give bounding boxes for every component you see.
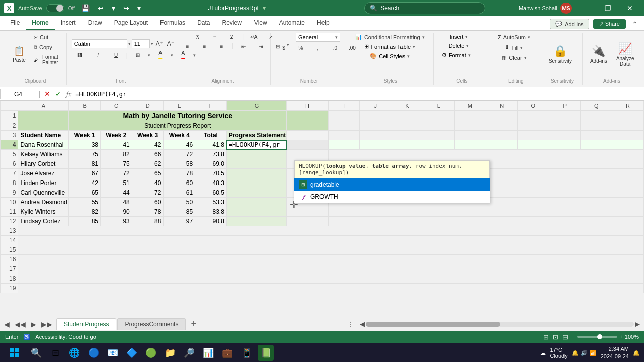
cell-l1[interactable]: [423, 111, 454, 121]
cell-n3[interactable]: [486, 131, 518, 140]
cell-g9[interactable]: [226, 188, 286, 198]
cell-h1[interactable]: [287, 111, 329, 121]
tab-file[interactable]: File: [4, 16, 26, 30]
taskbar-chrome[interactable]: 🔵: [86, 345, 102, 361]
cell-m3[interactable]: [454, 131, 486, 140]
cell-j3[interactable]: [360, 131, 391, 140]
col-header-l[interactable]: L: [423, 101, 454, 111]
number-format-box[interactable]: General ▾: [296, 33, 340, 42]
cell-c4[interactable]: 41: [101, 140, 132, 150]
cell-a11[interactable]: Kylie Winters: [18, 207, 69, 217]
cell-f11[interactable]: 83.8: [195, 207, 227, 217]
cell-e4[interactable]: 46: [164, 140, 195, 150]
cell-j4[interactable]: [360, 140, 391, 150]
row-num-15[interactable]: 15: [1, 245, 18, 255]
taskbar-app3[interactable]: 📱: [238, 345, 255, 361]
decrease-decimal-button[interactable]: .0: [327, 44, 343, 52]
tab-draw[interactable]: Draw: [82, 16, 108, 30]
cell-i4[interactable]: [328, 140, 360, 150]
tab-insert[interactable]: Insert: [55, 16, 82, 30]
currency-button[interactable]: $: [276, 44, 292, 52]
cell-b10[interactable]: 55: [69, 198, 101, 207]
sheet-tab-student-progress[interactable]: StudentProgress: [56, 318, 116, 330]
taskbar-search[interactable]: 🔍: [28, 345, 44, 361]
row-num-16[interactable]: 16: [1, 255, 18, 264]
autocomplete-item-gradetable[interactable]: ⊞ gradetable: [294, 178, 490, 191]
tab-automate[interactable]: Automate: [273, 16, 311, 30]
cell-o2[interactable]: [517, 121, 549, 131]
cell-p4[interactable]: [549, 140, 581, 150]
format-dropdown[interactable]: ▾: [468, 53, 471, 58]
cell-a6[interactable]: Hilary Corbet: [18, 159, 69, 169]
col-header-i[interactable]: I: [328, 101, 360, 111]
cell-h12[interactable]: [287, 217, 329, 226]
cell-a3[interactable]: Student Name: [18, 131, 69, 140]
cell-f7[interactable]: 70.5: [195, 169, 227, 178]
zoom-out-icon[interactable]: −: [572, 334, 575, 340]
cell-b6[interactable]: 81: [69, 159, 101, 169]
underline-button[interactable]: U: [108, 52, 124, 58]
cut-button[interactable]: ✂Cut: [31, 33, 62, 42]
cell-f9[interactable]: 60.5: [195, 188, 227, 198]
row-num-5[interactable]: 5: [1, 150, 18, 159]
windows-start-button[interactable]: [4, 343, 24, 362]
cell-p1[interactable]: [549, 111, 581, 121]
cancel-formula-icon[interactable]: ✕: [42, 88, 52, 99]
tab-data[interactable]: Data: [191, 16, 216, 30]
row-num-11[interactable]: 11: [1, 207, 18, 217]
cell-q4[interactable]: [581, 140, 612, 150]
hscroll-right[interactable]: ▶: [635, 320, 640, 328]
cell-f5[interactable]: 73.8: [195, 150, 227, 159]
cell-a9[interactable]: Carl Quenneville: [18, 188, 69, 198]
col-header-p[interactable]: P: [549, 101, 581, 111]
minimize-button[interactable]: —: [576, 0, 596, 16]
cell-b3[interactable]: Week 1: [69, 131, 101, 140]
delete-dropdown[interactable]: ▾: [466, 43, 469, 48]
cell-r2[interactable]: [612, 121, 644, 131]
comments-button[interactable]: 💬 Add-ins: [550, 19, 589, 29]
zoom-in-icon[interactable]: +: [619, 334, 622, 340]
notification-icon[interactable]: 🔔: [633, 350, 640, 356]
insert-dropdown[interactable]: ▾: [465, 34, 468, 39]
cell-c11[interactable]: 90: [101, 207, 132, 217]
cell-f3[interactable]: Total: [195, 131, 227, 140]
autosave-toggle[interactable]: [46, 4, 64, 12]
cell-b2-g2[interactable]: Student Progress Report: [69, 121, 287, 131]
sheet-nav-prev[interactable]: ◀: [2, 319, 12, 329]
row-num-3[interactable]: 3: [1, 131, 18, 140]
cell-styles-button[interactable]: 🎨 Cell Styles ▾: [367, 52, 413, 60]
cell-g12[interactable]: [226, 217, 286, 226]
close-button[interactable]: ✕: [620, 0, 640, 16]
cell-n4[interactable]: [486, 140, 518, 150]
col-header-d[interactable]: D: [132, 101, 164, 111]
align-left-button[interactable]: ≡: [179, 42, 195, 51]
align-middle-button[interactable]: ≡: [207, 33, 223, 41]
row-15-cells[interactable]: [18, 245, 644, 255]
col-header-c[interactable]: C: [101, 101, 132, 111]
fill-dropdown[interactable]: ▾: [520, 45, 523, 50]
col-header-e[interactable]: E: [164, 101, 195, 111]
cell-p2[interactable]: [549, 121, 581, 131]
cell-a8[interactable]: Linden Porter: [18, 178, 69, 188]
col-header-b[interactable]: B: [69, 101, 101, 111]
cell-g10[interactable]: [226, 198, 286, 207]
font-size-dropdown[interactable]: ▾: [151, 41, 153, 46]
cell-f8[interactable]: 48.3: [195, 178, 227, 188]
row-13-cells[interactable]: [18, 226, 644, 236]
col-header-g[interactable]: G: [226, 101, 286, 111]
cell-e10[interactable]: 50: [164, 198, 195, 207]
cell-g8[interactable]: [226, 178, 286, 188]
cell-k1[interactable]: [391, 111, 423, 121]
cell-d5[interactable]: 66: [132, 150, 164, 159]
row-num-9[interactable]: 9: [1, 188, 18, 198]
align-right-button[interactable]: ≡: [213, 42, 229, 51]
cell-m4[interactable]: [454, 140, 486, 150]
borders-button[interactable]: ⊞: [130, 52, 146, 58]
tab-page-layout[interactable]: Page Layout: [108, 16, 154, 30]
cell-f10[interactable]: 53.3: [195, 198, 227, 207]
taskbar-edge[interactable]: 🌐: [66, 345, 83, 361]
cell-o3[interactable]: [517, 131, 549, 140]
cell-d3[interactable]: Week 3: [132, 131, 164, 140]
row-num-13[interactable]: 13: [1, 226, 18, 236]
taskbar-excel-active[interactable]: 📗: [258, 345, 274, 361]
